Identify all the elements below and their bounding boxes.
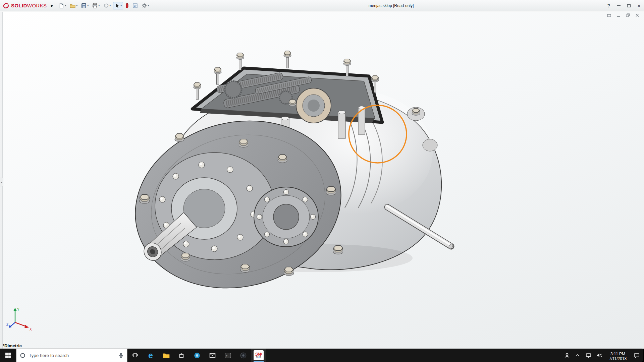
task-view-icon — [132, 352, 138, 358]
triad-y-label: Y — [17, 308, 19, 311]
save-icon — [81, 3, 87, 8]
people-icon — [564, 353, 570, 358]
xpress-products-button[interactable] — [124, 2, 130, 9]
caret-down-icon: ▾ — [65, 4, 66, 7]
chevron-up-icon — [575, 353, 580, 358]
caret-down-icon: ▾ — [120, 4, 122, 7]
start-button[interactable] — [0, 349, 16, 362]
close-button[interactable]: × — [637, 3, 641, 9]
edge-icon: e — [148, 351, 153, 360]
print-button[interactable]: ▾ — [91, 2, 101, 9]
caret-down-icon: ▾ — [87, 4, 89, 7]
maximize-icon — [627, 4, 631, 7]
caret-down-icon: ▾ — [109, 4, 111, 7]
triad-x-label: X — [30, 327, 32, 331]
microphone-icon[interactable] — [118, 353, 124, 358]
orientation-triad[interactable]: Y X Z — [6, 306, 36, 333]
search-input[interactable] — [29, 353, 115, 358]
brand-wordmark: SOLIDWORKS — [11, 3, 47, 8]
caret-down-icon: ▾ — [76, 4, 77, 7]
console-icon: >_ — [225, 353, 231, 358]
dark-circle-app-button[interactable] — [235, 349, 251, 362]
solidworks-icon: SW 2017 — [254, 350, 264, 360]
dassault-ds-icon — [3, 2, 9, 9]
edge-button[interactable]: e — [143, 349, 158, 362]
browser-app-button[interactable] — [189, 349, 205, 362]
save-button[interactable]: ▾ — [80, 2, 90, 9]
windows-taskbar: e >_ — [0, 349, 644, 362]
brand-solid: SOLID — [11, 3, 27, 8]
file-explorer-button[interactable] — [158, 349, 174, 362]
options-button[interactable]: ▾ — [140, 2, 150, 9]
graphics-viewport[interactable]: ◂ — [0, 12, 644, 349]
taskbar-search[interactable] — [16, 349, 127, 362]
quick-access-toolbar: ▾ ▾ ▾ ▾ ▾ — [57, 2, 150, 9]
minimize-button[interactable] — [617, 5, 621, 6]
titlebar: SOLIDWORKS ▶ ▾ ▾ ▾ — [0, 0, 644, 11]
clock-date: 7/11/2018 — [604, 356, 631, 361]
speaker-icon — [596, 353, 602, 358]
store-bag-icon — [178, 352, 184, 358]
browser-globe-icon — [194, 352, 200, 359]
show-desktop-button[interactable] — [642, 349, 644, 362]
new-document-button[interactable]: ▾ — [57, 2, 67, 9]
minimize-icon — [617, 5, 621, 6]
solidworks-year: 2017 — [256, 356, 261, 359]
caret-down-icon: ▾ — [98, 4, 100, 7]
mail-envelope-icon — [209, 353, 216, 358]
properties-book-icon — [132, 3, 138, 8]
dark-circle-app-icon — [240, 352, 247, 359]
mail-button[interactable] — [205, 349, 220, 362]
windows-logo-icon — [5, 352, 11, 358]
red-capsule-icon — [125, 3, 129, 8]
doc-minimize-button[interactable] — [616, 13, 621, 17]
doc-close-button[interactable] — [635, 13, 639, 17]
close-icon: × — [637, 3, 641, 9]
print-icon — [92, 3, 98, 8]
window-controls: ? × — [607, 0, 641, 11]
select-tool-button[interactable]: ▾ — [113, 2, 123, 9]
gear-icon — [142, 3, 147, 8]
file-explorer-icon — [163, 353, 170, 358]
select-cursor-icon — [114, 3, 120, 8]
menu-flyout-arrow[interactable]: ▶ — [51, 4, 54, 7]
cortana-icon — [20, 353, 25, 358]
action-center-button[interactable] — [631, 349, 642, 362]
view-orientation-label: *Dimetric — [3, 343, 22, 348]
maximize-button[interactable] — [627, 4, 631, 7]
task-view-button[interactable] — [127, 349, 143, 362]
new-document-icon — [59, 3, 64, 8]
file-properties-button[interactable] — [131, 2, 139, 9]
caret-down-icon: ▾ — [148, 4, 149, 7]
undo-button[interactable]: ▾ — [102, 2, 112, 9]
clock-time: 3:11 PM — [604, 352, 631, 356]
tray-overflow-button[interactable] — [572, 349, 583, 362]
network-button[interactable] — [583, 349, 594, 362]
undo-icon — [103, 3, 109, 8]
document-window-controls — [607, 13, 639, 17]
doc-window-button[interactable] — [607, 13, 611, 17]
document-title: menjac sklop [Read-only] — [369, 0, 414, 11]
secondary-cover[interactable] — [254, 187, 318, 247]
action-center-icon — [634, 353, 640, 358]
taskbar-clock[interactable]: 3:11 PM 7/11/2018 — [604, 349, 631, 362]
doc-restore-button[interactable] — [626, 13, 630, 17]
store-button[interactable] — [174, 349, 189, 362]
open-document-button[interactable]: ▾ — [68, 2, 79, 9]
console-prompt-glyph: >_ — [226, 354, 229, 357]
brand-works: WORKS — [27, 3, 47, 8]
cad-model-canvas[interactable] — [0, 12, 644, 349]
open-folder-icon — [70, 3, 75, 8]
command-prompt-button[interactable]: >_ — [220, 349, 235, 362]
system-tray: 3:11 PM 7/11/2018 — [561, 349, 644, 362]
network-icon — [586, 353, 591, 358]
solidworks-app-button[interactable]: SW 2017 — [251, 349, 266, 362]
people-button[interactable] — [561, 349, 572, 362]
solidworks-logo: SOLIDWORKS — [0, 2, 49, 9]
volume-button[interactable] — [594, 349, 604, 362]
triad-z-label: Z — [6, 323, 8, 326]
help-button[interactable]: ? — [607, 3, 610, 8]
